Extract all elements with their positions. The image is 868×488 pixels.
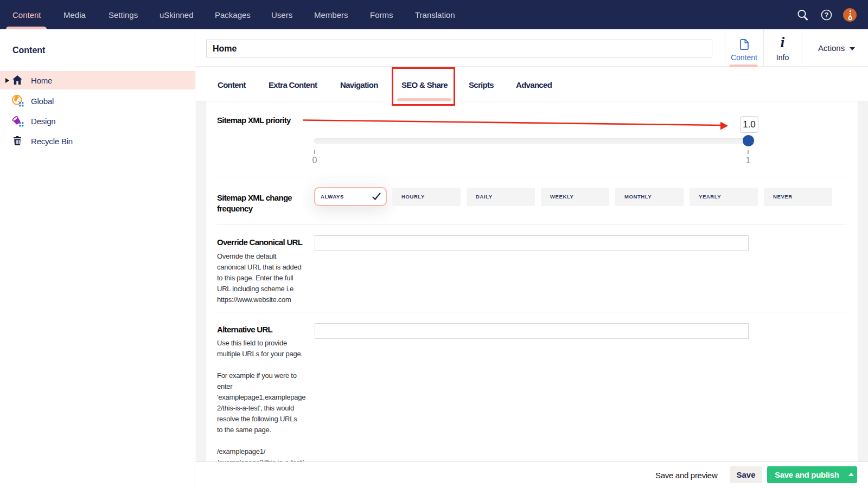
- svg-text:?: ?: [825, 11, 829, 19]
